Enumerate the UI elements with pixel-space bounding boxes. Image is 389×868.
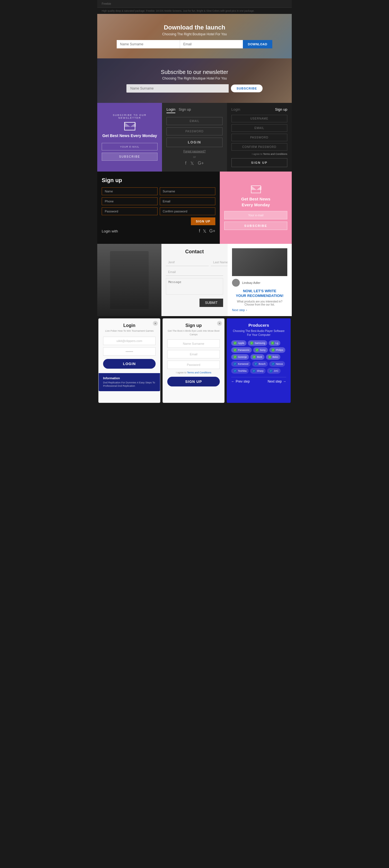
download-banner: Download the launch Choosing The Right B… bbox=[97, 14, 292, 58]
newsletter-pink-button[interactable]: SUBSCRIBE bbox=[224, 222, 287, 230]
avatar bbox=[232, 279, 240, 287]
modal-signup-button[interactable]: SIGN UP bbox=[167, 377, 220, 386]
three-col-modals: ✕ Login Live Poker How To Win Tournament… bbox=[97, 316, 292, 405]
subscribe-name-input[interactable] bbox=[126, 84, 229, 93]
tag-label: Sharp bbox=[257, 370, 263, 372]
modal-login-password[interactable] bbox=[103, 347, 156, 355]
tag-item[interactable]: ✓Sony bbox=[253, 347, 268, 353]
tag-label: JVC bbox=[274, 370, 279, 372]
signup-email-field[interactable] bbox=[160, 197, 216, 205]
tag-item[interactable]: ✓Beko bbox=[266, 354, 281, 360]
tab-signup-dark[interactable]: Sign up bbox=[179, 107, 191, 113]
contact-email[interactable] bbox=[166, 268, 223, 276]
email-input-light[interactable] bbox=[231, 124, 287, 132]
tag-item[interactable]: ✓Philips bbox=[269, 347, 286, 353]
tab-login-light[interactable]: Login bbox=[231, 107, 240, 112]
modal-login-email[interactable] bbox=[103, 337, 156, 345]
next-step-link[interactable]: Next step › bbox=[232, 308, 287, 312]
modal-login-button[interactable]: LOGIN bbox=[103, 359, 156, 369]
signup-grid bbox=[102, 187, 215, 215]
next-step-label-prod: Next step bbox=[267, 379, 282, 383]
tab-signup-light[interactable]: Sign up bbox=[275, 107, 287, 112]
social-icons-row: f 𝕏 G+ bbox=[166, 161, 222, 166]
figure-silhouette bbox=[110, 251, 149, 309]
tab-login-dark[interactable]: Login bbox=[166, 107, 175, 113]
subscribe-subtitle: Choosing The Right Boutique Hotel For Yo… bbox=[162, 76, 227, 80]
newsletter-subscribe-button[interactable]: SUBSCRIBE bbox=[102, 153, 158, 161]
confirm-password-input[interactable] bbox=[231, 143, 287, 151]
mail-icon bbox=[124, 122, 135, 130]
login-dark-button[interactable]: LOGIN bbox=[166, 137, 222, 147]
next-step-button[interactable]: Next step → bbox=[267, 379, 286, 383]
tag-item[interactable]: ✓Lg bbox=[269, 340, 280, 346]
signup-surname-field[interactable] bbox=[160, 187, 216, 195]
tag-item[interactable]: ✓Apple bbox=[231, 340, 247, 346]
tag-label: Bosch bbox=[259, 363, 266, 365]
google-plus-icon[interactable]: G+ bbox=[198, 161, 204, 166]
twitter-dark-icon[interactable]: 𝕏 bbox=[203, 228, 206, 234]
login-dark-email[interactable] bbox=[166, 117, 222, 125]
download-email-input[interactable] bbox=[180, 40, 243, 49]
tag-check-icon: ✓ bbox=[250, 341, 253, 345]
forgot-password-link[interactable]: Forgot password? bbox=[166, 150, 222, 153]
modal-login-close[interactable]: ✕ bbox=[153, 321, 158, 326]
download-name-input[interactable] bbox=[117, 40, 180, 49]
terms-link[interactable]: Terms and Conditions bbox=[263, 153, 287, 155]
producers-description: Choosing The Best Audio Player Software … bbox=[231, 329, 286, 337]
recommendation-title: NOW, LET'S WRITE YOUR RECOMMENDATION! bbox=[232, 289, 287, 298]
modal-signup-password[interactable] bbox=[167, 361, 220, 369]
facebook-dark-icon[interactable]: f bbox=[199, 228, 200, 234]
tag-item[interactable]: ✓Panasonic bbox=[231, 347, 252, 353]
modal-signup-terms: I agree to Terms and Conditions bbox=[167, 371, 220, 374]
newsletter-email-input[interactable] bbox=[102, 143, 158, 150]
signup-light-button[interactable]: SIGN UP bbox=[231, 158, 287, 167]
modal-signup-terms-link[interactable]: Terms and Conditions bbox=[187, 371, 211, 374]
info-title: Information bbox=[103, 376, 156, 380]
password-input-light[interactable] bbox=[231, 134, 287, 141]
tag-item[interactable]: ✓Samsung bbox=[248, 340, 267, 346]
tag-item[interactable]: ✓JVC bbox=[267, 368, 281, 374]
newsletter-pink-email[interactable] bbox=[224, 211, 287, 219]
signup-password-field[interactable] bbox=[102, 208, 158, 215]
newsletter-pink-headline: Get Best News Every Monday bbox=[241, 196, 270, 208]
tag-label: Nexus bbox=[276, 363, 283, 365]
tag-item[interactable]: ✓Gorenje bbox=[231, 354, 249, 360]
download-button[interactable]: DOWNLOAD bbox=[243, 40, 272, 49]
modal-login-subtitle: Live Poker How To Win Tournament Games bbox=[103, 329, 156, 333]
contact-submit-button[interactable]: SUBMIT bbox=[199, 299, 223, 307]
modal-signup-name[interactable] bbox=[167, 339, 220, 348]
signup-dark-submit[interactable]: SIGN UP bbox=[191, 217, 215, 225]
tag-item[interactable]: ✓Bosch bbox=[252, 361, 268, 367]
signup-phone-field[interactable] bbox=[102, 197, 158, 205]
username-input[interactable] bbox=[231, 115, 287, 122]
tag-label: Lg bbox=[275, 342, 278, 344]
tag-item[interactable]: ✓Toshiba bbox=[231, 368, 249, 374]
tag-item[interactable]: ✓Bork bbox=[250, 354, 264, 360]
tag-item[interactable]: ✓Sharp bbox=[250, 368, 266, 374]
signup-confirm-field[interactable] bbox=[160, 208, 216, 215]
subscribe-button[interactable]: SUBSCRIBE bbox=[231, 85, 263, 92]
login-with-row: Login with f 𝕏 G+ bbox=[102, 228, 215, 234]
breadcrumb: Freebie bbox=[102, 2, 111, 5]
contact-message[interactable] bbox=[166, 278, 223, 295]
contact-title: Contact bbox=[166, 249, 223, 255]
three-col-section: SUBSCRIBE TO OUR NEWSLETTER Get Best New… bbox=[97, 103, 292, 172]
google-plus-dark-icon[interactable]: G+ bbox=[209, 228, 215, 234]
contact-first-name[interactable] bbox=[166, 258, 209, 266]
modal-signup-email[interactable] bbox=[167, 350, 220, 359]
signup-name-field[interactable] bbox=[102, 187, 158, 195]
tag-label: Sony bbox=[260, 349, 266, 351]
three-col-bottom: Contact SUBMIT Lindsay Adler NOW, LET'S … bbox=[97, 244, 292, 316]
prev-step-button[interactable]: ← Prev step bbox=[231, 379, 250, 383]
photo-column bbox=[97, 244, 161, 316]
facebook-icon[interactable]: f bbox=[185, 161, 186, 166]
prev-arrow-icon: ← bbox=[231, 379, 234, 383]
tag-item[interactable]: ✓Nexus bbox=[269, 361, 285, 367]
modal-signup-title: Sign up bbox=[167, 323, 220, 328]
tags-grid: ✓Apple✓Samsung✓Lg✓Panasonic✓Sony✓Philips… bbox=[231, 340, 286, 374]
modal-signup-close[interactable]: ✕ bbox=[217, 321, 222, 326]
tag-item[interactable]: ✓Kenwood bbox=[231, 361, 251, 367]
twitter-icon[interactable]: 𝕏 bbox=[190, 161, 194, 166]
next-arrow-icon: → bbox=[283, 379, 286, 383]
login-dark-password[interactable] bbox=[166, 127, 222, 135]
